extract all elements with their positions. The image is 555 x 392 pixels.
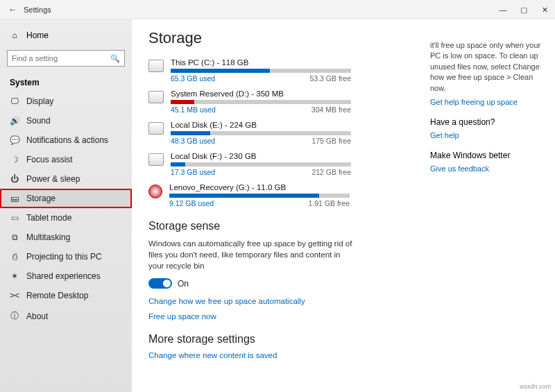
drive-icon <box>148 185 162 198</box>
sidebar-item-storage[interactable]: 🖴Storage <box>0 189 132 208</box>
main-content: Storage This PC (C:) - 118 GB 65.3 GB us… <box>132 19 430 392</box>
nav-icon: ⧉ <box>10 232 19 242</box>
usage-bar <box>171 100 351 104</box>
nav-label: Remote Desktop <box>26 291 88 300</box>
drive-row[interactable]: System Reserved (D:) - 350 MB 45.1 MB us… <box>148 90 416 114</box>
usage-bar <box>171 69 351 73</box>
nav-label: Tablet mode <box>26 213 71 223</box>
drive-row[interactable]: Local Disk (F:) - 230 GB 17.3 GB used212… <box>148 152 416 176</box>
maximize-button[interactable]: ▢ <box>513 0 534 19</box>
nav-label: Sound <box>26 116 51 126</box>
nav-label: Projecting to this PC <box>26 252 102 262</box>
sidebar-item-display[interactable]: 🖵Display <box>0 92 132 111</box>
sidebar: ⌂ Home 🔍 System 🖵Display🔊Sound💬Notificat… <box>0 19 132 392</box>
sidebar-item-power-sleep[interactable]: ⏻Power & sleep <box>0 169 132 189</box>
link-get-help[interactable]: Get help <box>430 131 545 139</box>
drive-used: 65.3 GB used <box>171 74 215 83</box>
nav-icon: ▭ <box>10 213 19 223</box>
link-feedback[interactable]: Give us feedback <box>430 164 545 173</box>
storage-sense-toggle[interactable]: On <box>148 278 416 289</box>
drive-free: 1.91 GB free <box>308 199 350 207</box>
drive-row[interactable]: Local Disk (E:) - 224 GB 48.3 GB used175… <box>148 121 416 145</box>
link-freeup-now[interactable]: Free up space now <box>148 312 416 321</box>
drive-used: 45.1 MB used <box>171 105 216 114</box>
back-button[interactable]: ← <box>6 4 19 15</box>
nav-icon: 🔊 <box>10 116 19 126</box>
sidebar-item-shared-experiences[interactable]: ✶Shared experiences <box>0 266 132 286</box>
link-change-freeup[interactable]: Change how we free up space automaticall… <box>148 297 416 305</box>
usage-bar <box>171 162 351 167</box>
drive-row[interactable]: This PC (C:) - 118 GB 65.3 GB used53.3 G… <box>148 58 416 83</box>
feedback-heading: Make Windows better <box>430 151 545 160</box>
drive-icon <box>148 60 164 72</box>
search-box[interactable]: 🔍 <box>7 50 125 67</box>
drive-used: 48.3 GB used <box>171 137 215 145</box>
nav-label: Display <box>26 96 53 106</box>
drive-row[interactable]: Lenovo_Recovery (G:) - 11.0 GB 9.12 GB u… <box>148 183 416 207</box>
sidebar-item-remote-desktop[interactable]: ><Remote Desktop <box>0 286 132 305</box>
usage-bar <box>171 131 351 135</box>
nav-label: Power & sleep <box>26 174 80 184</box>
drive-icon <box>148 91 164 103</box>
nav-icon: 🖴 <box>10 194 19 203</box>
nav-group-title: System <box>0 72 132 92</box>
drive-used: 17.3 GB used <box>171 168 215 176</box>
storage-sense-description: Windows can automatically free up space … <box>148 238 357 271</box>
close-button[interactable]: ✕ <box>534 0 555 19</box>
sidebar-item-notifications-actions[interactable]: 💬Notifications & actions <box>0 130 132 150</box>
nav-icon: ☽ <box>10 155 19 164</box>
nav-label: Storage <box>26 194 56 203</box>
titlebar: ← Settings <box>0 0 555 19</box>
drive-title: Local Disk (F:) - 230 GB <box>171 152 416 160</box>
nav-icon: ⏻ <box>10 174 19 184</box>
drive-title: System Reserved (D:) - 350 MB <box>171 90 416 98</box>
drive-icon <box>148 153 164 166</box>
window-title: Settings <box>24 6 51 14</box>
drive-title: This PC (C:) - 118 GB <box>171 58 416 67</box>
home-button[interactable]: ⌂ Home <box>0 26 132 44</box>
drive-free: 53.3 GB free <box>309 74 351 83</box>
nav-icon: ✶ <box>10 271 19 281</box>
link-help-freeing[interactable]: Get help freeing up space <box>430 98 545 106</box>
minimize-button[interactable]: — <box>493 0 513 19</box>
more-storage-heading: More storage settings <box>148 333 416 346</box>
drive-free: 175 GB free <box>311 137 351 145</box>
sidebar-item-tablet-mode[interactable]: ▭Tablet mode <box>0 208 132 228</box>
nav-label: Notifications & actions <box>26 135 108 145</box>
page-title: Storage <box>148 29 416 47</box>
search-icon: 🔍 <box>110 54 120 63</box>
nav-label: Shared experiences <box>26 271 101 281</box>
drive-free: 212 GB free <box>311 168 351 176</box>
nav-label: Focus assist <box>26 155 73 164</box>
tips-panel: it'll free up space only when your PC is… <box>430 19 555 392</box>
drive-free: 304 MB free <box>311 105 351 114</box>
search-input[interactable] <box>12 54 110 62</box>
link-new-content[interactable]: Change where new content is saved <box>148 351 416 359</box>
window-controls: — ▢ ✕ <box>493 0 555 19</box>
nav-icon: 💬 <box>10 135 19 145</box>
sidebar-item-focus-assist[interactable]: ☽Focus assist <box>0 150 132 169</box>
usage-bar <box>169 194 350 198</box>
drive-title: Local Disk (E:) - 224 GB <box>171 121 416 129</box>
nav-icon: ⎙ <box>10 252 19 262</box>
sidebar-item-about[interactable]: ⓘAbout <box>0 305 132 327</box>
nav-icon: 🖵 <box>10 96 19 106</box>
question-heading: Have a question? <box>430 117 545 127</box>
sidebar-item-sound[interactable]: 🔊Sound <box>0 111 132 130</box>
home-label: Home <box>26 31 49 40</box>
home-icon: ⌂ <box>10 31 19 40</box>
nav-label: About <box>26 312 48 321</box>
drive-icon <box>148 122 164 135</box>
sidebar-item-multitasking[interactable]: ⧉Multitasking <box>0 228 132 247</box>
drive-title: Lenovo_Recovery (G:) - 11.0 GB <box>169 183 416 191</box>
nav-icon: ⓘ <box>10 310 19 322</box>
watermark: wsxdn.com <box>520 383 551 390</box>
drive-used: 9.12 GB used <box>169 199 214 207</box>
toggle-label: On <box>178 279 189 289</box>
tip-text: it'll free up space only when your PC is… <box>430 40 545 94</box>
nav-icon: >< <box>10 291 19 300</box>
nav-label: Multitasking <box>26 232 70 242</box>
sidebar-item-projecting-to-this-pc[interactable]: ⎙Projecting to this PC <box>0 247 132 266</box>
toggle-switch-icon <box>148 278 172 289</box>
storage-sense-heading: Storage sense <box>148 220 416 232</box>
